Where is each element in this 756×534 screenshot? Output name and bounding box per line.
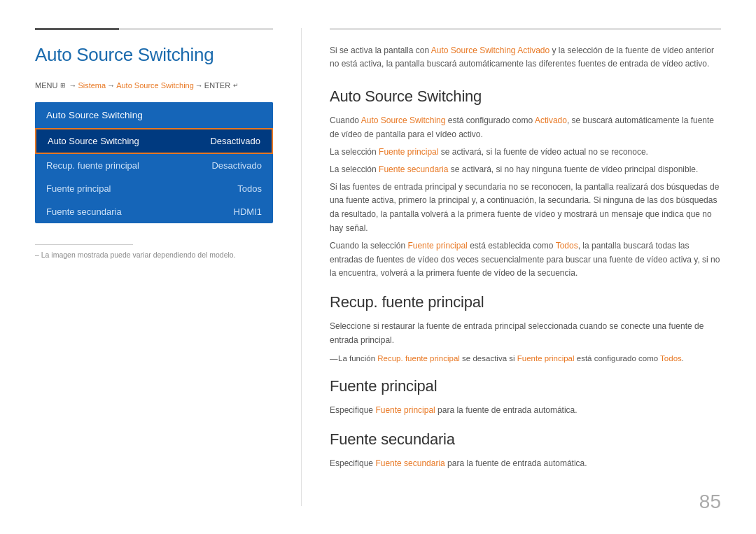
breadcrumb-menu-icon: ⊞	[60, 82, 66, 89]
menu-item-label-fp: Fuente principal	[46, 183, 111, 194]
note-todos-link: Todos	[660, 354, 682, 363]
menu-item-label-auto: Auto Source Switching	[48, 136, 139, 146]
intro-text: Si se activa la pantalla con Auto Source…	[330, 44, 721, 71]
section-body-fs: Especifique Fuente secundaria para la fu…	[330, 457, 721, 471]
panel-header-text: Auto Source Switching	[46, 110, 143, 120]
section-body-auto: Cuando Auto Source Switching está config…	[330, 114, 721, 281]
inline-fp2: Fuente principal	[407, 241, 467, 251]
left-title: Auto Source Switching	[35, 44, 273, 66]
section-title-auto: Auto Source Switching	[330, 87, 721, 106]
inline-todos: Todos	[556, 241, 578, 251]
section-body-recup: Seleccione si restaurar la fuente de ent…	[330, 320, 721, 348]
section-title-recup: Recup. fuente principal	[330, 293, 721, 311]
section-auto-source: Auto Source Switching Cuando Auto Source…	[330, 87, 721, 281]
breadcrumb-sep2: →	[107, 81, 115, 90]
menu-item-label-recup: Recup. fuente principal	[46, 160, 139, 171]
breadcrumb-sep3: →	[195, 81, 203, 90]
inline-auto: Auto Source Switching	[361, 115, 446, 125]
column-divider	[301, 28, 302, 506]
breadcrumb-menu: MENU	[35, 81, 57, 90]
menu-item-label-fs: Fuente secundaria	[46, 206, 122, 217]
right-column: Si se activa la pantalla con Auto Source…	[330, 28, 721, 506]
inline-fp3: Fuente principal	[375, 405, 435, 415]
inline-fp1: Fuente principal	[379, 147, 438, 157]
menu-item-value-auto: Desactivado	[210, 136, 260, 146]
top-rule-left	[35, 28, 273, 30]
breadcrumb-auto[interactable]: Auto Source Switching	[116, 81, 194, 90]
menu-item-fuente-secundaria[interactable]: Fuente secundaria HDMI1	[35, 200, 273, 223]
breadcrumb-sep1: →	[69, 81, 76, 90]
section-recup: Recup. fuente principal Seleccione si re…	[330, 293, 721, 365]
breadcrumb-enter-icon: ↵	[233, 82, 239, 89]
top-rule-right	[330, 28, 721, 30]
note-fp-link: Fuente principal	[517, 354, 575, 363]
section-title-fs: Fuente secundaria	[330, 430, 721, 449]
menu-item-fuente-principal[interactable]: Fuente principal Todos	[35, 177, 273, 200]
left-column: Auto Source Switching MENU ⊞ → Sistema →…	[35, 28, 294, 506]
menu-item-value-fs: HDMI1	[234, 206, 262, 217]
menu-panel: Auto Source Switching Auto Source Switch…	[35, 102, 273, 223]
inline-fs1: Fuente secundaria	[379, 164, 448, 174]
menu-item-value-fp: Todos	[237, 183, 262, 194]
page-number: 85	[699, 491, 721, 513]
inline-fs2: Fuente secundaria	[375, 458, 444, 468]
intro-highlight-1: Auto Source Switching Activado	[431, 45, 550, 55]
menu-item-auto-source[interactable]: Auto Source Switching Desactivado	[35, 128, 273, 154]
note-recup: La función Recup. fuente principal se de…	[330, 352, 721, 365]
menu-panel-header: Auto Source Switching	[35, 102, 273, 128]
section-fuente-principal: Fuente principal Especifique Fuente prin…	[330, 377, 721, 418]
menu-item-recup[interactable]: Recup. fuente principal Desactivado	[35, 154, 273, 177]
divider-rule	[35, 244, 133, 245]
section-fuente-secundaria: Fuente secundaria Especifique Fuente sec…	[330, 430, 721, 471]
note-recup-link: Recup. fuente principal	[377, 354, 460, 363]
footnote: La imagen mostrada puede variar dependie…	[35, 251, 273, 259]
section-title-fp: Fuente principal	[330, 377, 721, 395]
breadcrumb: MENU ⊞ → Sistema → Auto Source Switching…	[35, 81, 273, 90]
breadcrumb-enter: ENTER	[204, 81, 230, 90]
section-body-fp: Especifique Fuente principal para la fue…	[330, 404, 721, 418]
breadcrumb-sistema[interactable]: Sistema	[78, 81, 106, 90]
menu-item-value-recup: Desactivado	[211, 160, 262, 171]
inline-activado: Activado	[535, 115, 567, 125]
